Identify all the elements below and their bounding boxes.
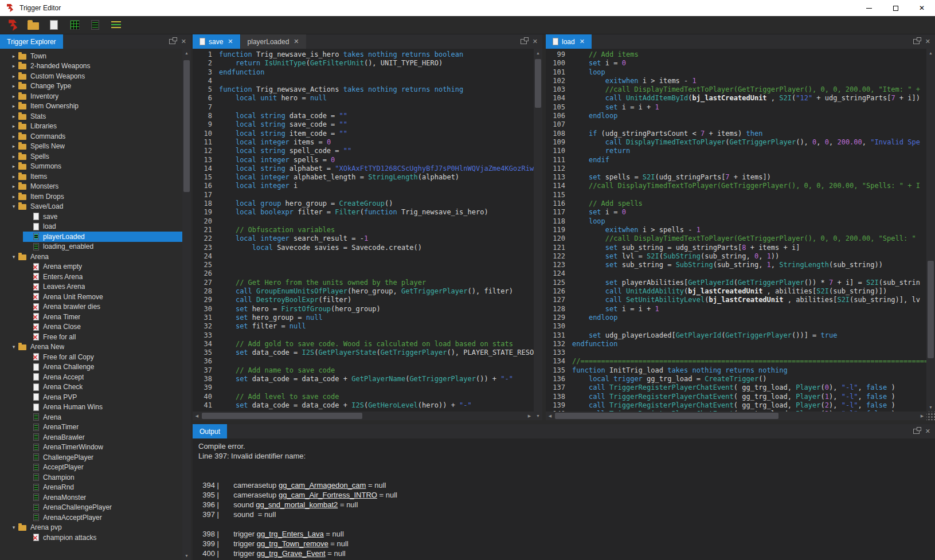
- tree-item-acceptplayer[interactable]: AcceptPlayer: [0, 463, 182, 473]
- logo-button[interactable]: [6, 18, 19, 32]
- tree-item-save[interactable]: save: [0, 212, 182, 222]
- tree-item-leaves-arena[interactable]: ✕Leaves Arena: [0, 282, 182, 292]
- scroll-up-icon[interactable]: ▲: [926, 49, 935, 57]
- scroll-right-icon[interactable]: ▶: [918, 412, 926, 420]
- tree-item-arena-pvp[interactable]: ▾Arena pvp: [0, 523, 182, 533]
- tree-item-arena-brawler-dies[interactable]: ✕Arena brawler dies: [0, 302, 182, 312]
- tree-item-custom-weapons[interactable]: ▸Custom Weapons: [0, 71, 182, 81]
- save-vertical-scrollbar[interactable]: ▲ ▼: [534, 49, 542, 420]
- tree-item-arenatimer[interactable]: ArenaTimer: [0, 422, 182, 433]
- scroll-right-icon[interactable]: ▶: [525, 412, 534, 420]
- collapsed-arrow-icon[interactable]: ▸: [9, 73, 18, 79]
- tree-item-arena-close[interactable]: ✕Arena Close: [0, 322, 182, 332]
- resize-grip[interactable]: [926, 412, 935, 420]
- collapsed-arrow-icon[interactable]: ▸: [9, 53, 18, 59]
- tree-item-enters-arena[interactable]: ✕Enters Arena: [0, 272, 182, 282]
- tab-load[interactable]: load ✕: [546, 34, 592, 49]
- tree-item-spells-new[interactable]: ▸Spells New: [0, 142, 182, 152]
- collapsed-arrow-icon[interactable]: ▸: [9, 83, 18, 89]
- expanded-arrow-icon[interactable]: ▾: [9, 344, 18, 350]
- save-editor-code[interactable]: 1function Trig_newsave_is_hero takes not…: [193, 49, 534, 412]
- output-title-tab[interactable]: Output: [193, 424, 227, 438]
- tree-item-arena[interactable]: Arena: [0, 412, 182, 422]
- new-file-button[interactable]: [47, 18, 61, 32]
- collapsed-arrow-icon[interactable]: ▸: [9, 123, 18, 129]
- tree-item-2-handed-weapons[interactable]: ▸2-handed Weapons: [0, 61, 182, 72]
- collapsed-arrow-icon[interactable]: ▸: [9, 93, 18, 99]
- tree-item-stats[interactable]: ▸Stats: [0, 111, 182, 122]
- tree-item-load[interactable]: load: [0, 222, 182, 232]
- tree-item-champion-attacks[interactable]: ✕champion attacks: [0, 532, 182, 543]
- tree-item-loading-enabled[interactable]: loading_enabled: [0, 242, 182, 252]
- collapsed-arrow-icon[interactable]: ▸: [9, 103, 18, 109]
- scroll-down-icon[interactable]: ▼: [534, 412, 542, 420]
- tree-item-playerloaded[interactable]: playerLoaded: [0, 232, 182, 242]
- save-horizontal-scrollbar[interactable]: ◀ ▶: [193, 412, 534, 420]
- scrollbar-thumb[interactable]: [535, 59, 541, 108]
- tree-item-arena-check[interactable]: Arena Check: [0, 382, 182, 393]
- tree-item-arena-challenge[interactable]: Arena Challenge: [0, 362, 182, 373]
- scroll-left-icon[interactable]: ◀: [193, 412, 201, 420]
- tree-item-spells[interactable]: ▸Spells: [0, 151, 182, 162]
- tree-item-save-load[interactable]: ▾Save/Load: [0, 202, 182, 212]
- collapsed-arrow-icon[interactable]: ▸: [9, 154, 18, 159]
- close-panel-icon[interactable]: ✕: [925, 428, 930, 434]
- load-editor-code[interactable]: 99 // Add items100 set i = 0101 loop102 …: [546, 49, 926, 412]
- collapsed-arrow-icon[interactable]: ▸: [9, 134, 18, 139]
- collapsed-arrow-icon[interactable]: ▸: [9, 63, 18, 69]
- tree-item-item-ownership[interactable]: ▸Item Ownership: [0, 101, 182, 112]
- float-panel-icon[interactable]: [913, 429, 920, 434]
- scroll-left-icon[interactable]: ◀: [546, 412, 554, 420]
- trigger-tree[interactable]: ▸Town▸2-handed Weapons▸Custom Weapons▸Ch…: [0, 49, 182, 560]
- tree-item-items[interactable]: ▸Items: [0, 171, 182, 182]
- tree-item-arena-empty[interactable]: ✕Arena empty: [0, 262, 182, 272]
- expanded-arrow-icon[interactable]: ▾: [9, 524, 18, 530]
- collapsed-arrow-icon[interactable]: ▸: [9, 143, 18, 149]
- maximize-button[interactable]: [882, 0, 909, 16]
- tree-item-item-drops[interactable]: ▸Item Drops: [0, 191, 182, 202]
- float-panel-icon[interactable]: [169, 39, 175, 44]
- tree-item-arenachallengeplayer[interactable]: ArenaChallengePlayer: [0, 503, 182, 513]
- close-panel-icon[interactable]: ✕: [533, 38, 538, 45]
- collapsed-arrow-icon[interactable]: ▸: [9, 183, 18, 189]
- close-button[interactable]: ✕: [909, 0, 935, 16]
- close-panel-icon[interactable]: ✕: [925, 38, 930, 45]
- tree-item-challengeplayer[interactable]: ChallengePlayer: [0, 452, 182, 463]
- close-panel-icon[interactable]: ✕: [181, 38, 186, 45]
- tree-item-arenabrawler[interactable]: ArenaBrawler: [0, 432, 182, 442]
- tree-item-summons[interactable]: ▸Summons: [0, 162, 182, 172]
- scrollbar-thumb[interactable]: [555, 413, 778, 419]
- scrollbar-thumb[interactable]: [183, 60, 190, 192]
- tree-item-change-type[interactable]: ▸Change Type: [0, 81, 182, 92]
- tree-item-arenaacceptplayer[interactable]: ArenaAcceptPlayer: [0, 512, 182, 523]
- expanded-arrow-icon[interactable]: ▾: [9, 203, 18, 209]
- tree-item-arena[interactable]: ▾Arena: [0, 252, 182, 262]
- tree-item-arena-new[interactable]: ▾Arena New: [0, 342, 182, 353]
- float-panel-icon[interactable]: [913, 39, 920, 44]
- scroll-down-icon[interactable]: ▼: [182, 551, 191, 560]
- collapsed-arrow-icon[interactable]: ▸: [9, 113, 18, 119]
- scroll-up-icon[interactable]: ▲: [182, 49, 191, 57]
- tree-item-free-for-all[interactable]: ✕Free for all: [0, 332, 182, 342]
- close-tab-icon[interactable]: ✕: [294, 38, 299, 45]
- tree-item-arena-human-wins[interactable]: Arena Human Wins: [0, 402, 182, 413]
- tree-item-arena-accept[interactable]: Arena Accept: [0, 372, 182, 382]
- collapsed-arrow-icon[interactable]: ▸: [9, 163, 18, 169]
- close-tab-icon[interactable]: ✕: [228, 38, 233, 45]
- list-button[interactable]: [109, 18, 123, 32]
- tree-item-commands[interactable]: ▸Commands: [0, 131, 182, 142]
- tree-item-libraries[interactable]: ▸Libraries: [0, 122, 182, 132]
- scroll-up-icon[interactable]: ▲: [534, 49, 542, 57]
- scrollbar-thumb[interactable]: [202, 413, 362, 419]
- scrollbar-thumb[interactable]: [928, 261, 934, 358]
- load-horizontal-scrollbar[interactable]: ◀ ▶: [546, 412, 926, 420]
- scroll-down-icon[interactable]: ▼: [926, 403, 935, 412]
- tree-item-champion[interactable]: Champion: [0, 472, 182, 483]
- expanded-arrow-icon[interactable]: ▾: [9, 254, 18, 260]
- explorer-title-tab[interactable]: Trigger Explorer: [0, 34, 63, 49]
- tree-item-inventory[interactable]: ▸Inventory: [0, 91, 182, 101]
- collapsed-arrow-icon[interactable]: ▸: [9, 194, 18, 199]
- tree-item-arenatimerwindow[interactable]: ArenaTimerWindow: [0, 442, 182, 453]
- collapsed-arrow-icon[interactable]: ▸: [9, 174, 18, 179]
- tab-playerloaded[interactable]: playerLoaded ✕: [241, 34, 306, 49]
